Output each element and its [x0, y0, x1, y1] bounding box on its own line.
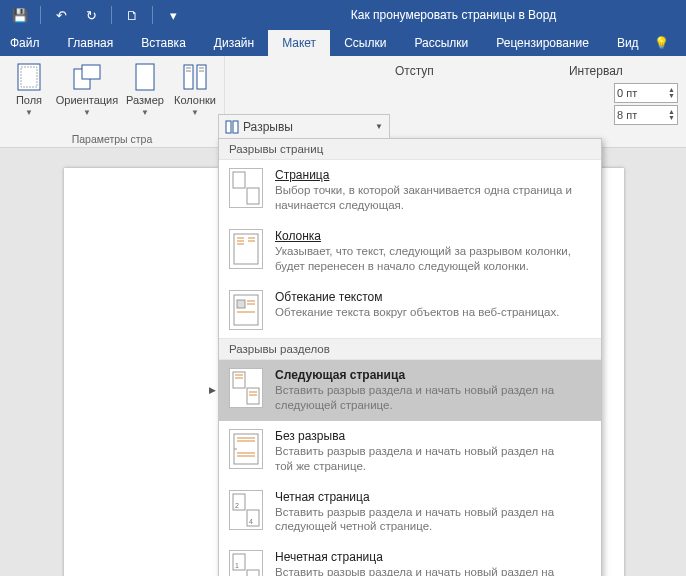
menu-item-odd-page[interactable]: 13 Нечетная страница Вставить разрыв раз…: [219, 542, 601, 576]
group-page-setup: Поля ▼ Ориентация ▼ Размер ▼ Колонки ▼ П…: [0, 56, 225, 147]
tab-review[interactable]: Рецензирование: [482, 30, 603, 56]
indent-label: Отступ: [395, 64, 434, 78]
svg-rect-22: [237, 300, 245, 308]
size-icon: [130, 62, 160, 92]
size-label: Размер: [126, 94, 164, 106]
menu-header-section-breaks: Разрывы разделов: [219, 338, 601, 360]
tab-mailings[interactable]: Рассылки: [400, 30, 482, 56]
svg-rect-44: [247, 570, 259, 576]
svg-rect-11: [226, 121, 231, 133]
spacing-before-input[interactable]: 0 пт▲▼: [614, 83, 678, 103]
submenu-arrow-icon: ▶: [209, 385, 216, 395]
columns-button[interactable]: Колонки ▼: [170, 58, 220, 117]
svg-rect-6: [197, 65, 206, 89]
odd-page-section-icon: 13: [229, 550, 263, 576]
column-break-icon: [229, 229, 263, 269]
new-doc-button[interactable]: 🗋: [118, 2, 146, 28]
separator: [111, 6, 112, 24]
chevron-down-icon: ▼: [83, 108, 91, 117]
menu-item-even-page[interactable]: 24 Четная страница Вставить разрыв разде…: [219, 482, 601, 543]
menu-item-title: Страница: [275, 168, 575, 182]
margins-label: Поля: [16, 94, 42, 106]
title-bar: 💾 ↶ ↻ 🗋 ▾ Как пронумеровать страницы в В…: [0, 0, 686, 30]
separator: [40, 6, 41, 24]
spacing-label: Интервал: [569, 64, 623, 78]
svg-text:1: 1: [235, 562, 239, 569]
chevron-down-icon: ▼: [141, 108, 149, 117]
save-button[interactable]: 💾: [6, 2, 34, 28]
menu-item-text-wrapping[interactable]: Обтекание текстом Обтекание текста вокру…: [219, 282, 601, 338]
svg-text:2: 2: [235, 502, 239, 509]
margins-button[interactable]: Поля ▼: [4, 58, 54, 117]
menu-item-description: Вставить разрыв раздела и начать новый р…: [275, 444, 575, 474]
menu-item-title: Нечетная страница: [275, 550, 575, 564]
columns-icon: [180, 62, 210, 92]
menu-item-description: Вставить разрыв раздела и начать новый р…: [275, 383, 575, 413]
svg-rect-12: [233, 121, 238, 133]
breaks-menu: Разрывы страниц Страница Выбор точки, в …: [218, 138, 602, 576]
svg-rect-13: [233, 172, 245, 188]
chevron-down-icon: ▼: [25, 108, 33, 117]
svg-rect-27: [247, 388, 259, 404]
svg-text:4: 4: [249, 518, 253, 525]
text-wrapping-icon: [229, 290, 263, 330]
menu-item-title: Без разрыва: [275, 429, 575, 443]
separator: [152, 6, 153, 24]
spin-value: 8 пт: [617, 109, 637, 121]
menu-item-page[interactable]: Страница Выбор точки, в которой заканчив…: [219, 160, 601, 221]
menu-item-title: Следующая страница: [275, 368, 575, 382]
tab-references[interactable]: Ссылки: [330, 30, 400, 56]
redo-button[interactable]: ↻: [77, 2, 105, 28]
menu-item-continuous[interactable]: Без разрыва Вставить разрыв раздела и на…: [219, 421, 601, 482]
spinner-arrows-icon: ▲▼: [668, 87, 675, 99]
menu-item-description: Выбор точки, в которой заканчивается одн…: [275, 183, 575, 213]
orientation-button[interactable]: Ориентация ▼: [54, 58, 120, 117]
svg-rect-14: [247, 188, 259, 204]
group-label-page-setup: Параметры стра: [4, 131, 220, 147]
menu-header-page-breaks: Разрывы страниц: [219, 139, 601, 160]
spinner-arrows-icon: ▲▼: [668, 109, 675, 121]
menu-item-title: Колонка: [275, 229, 575, 243]
orientation-label: Ориентация: [56, 94, 118, 106]
ribbon-tabs: Файл Главная Вставка Дизайн Макет Ссылки…: [0, 30, 686, 56]
svg-rect-3: [82, 65, 100, 79]
breaks-label: Разрывы: [243, 120, 293, 134]
menu-item-title: Четная страница: [275, 490, 575, 504]
menu-item-description: Указывает, что текст, следующий за разры…: [275, 244, 575, 274]
document-title: Как пронумеровать страницы в Ворд: [187, 8, 680, 22]
ribbon: Поля ▼ Ориентация ▼ Размер ▼ Колонки ▼ П…: [0, 56, 686, 148]
page-break-icon: [229, 168, 263, 208]
menu-item-title: Обтекание текстом: [275, 290, 559, 304]
columns-label: Колонки: [174, 94, 216, 106]
chevron-down-icon: ▼: [375, 122, 383, 131]
svg-rect-4: [136, 64, 154, 90]
breaks-icon: [225, 120, 239, 134]
undo-button[interactable]: ↶: [47, 2, 75, 28]
svg-rect-5: [184, 65, 193, 89]
spacing-after-input[interactable]: 8 пт▲▼: [614, 105, 678, 125]
spin-value: 0 пт: [617, 87, 637, 99]
breaks-dropdown-button[interactable]: Разрывы ▼: [218, 114, 390, 138]
tell-me-icon[interactable]: 💡: [653, 30, 671, 56]
tab-view[interactable]: Вид: [603, 30, 653, 56]
quick-access-toolbar: 💾 ↶ ↻ 🗋 ▾: [6, 2, 187, 28]
tab-home[interactable]: Главная: [54, 30, 128, 56]
menu-item-next-page[interactable]: ▶ Следующая страница Вставить разрыв раз…: [219, 360, 601, 421]
menu-item-column[interactable]: Колонка Указывает, что текст, следующий …: [219, 221, 601, 282]
continuous-section-icon: [229, 429, 263, 469]
svg-rect-26: [233, 372, 245, 388]
tab-file[interactable]: Файл: [0, 30, 54, 56]
tab-insert[interactable]: Вставка: [127, 30, 200, 56]
next-page-section-icon: [229, 368, 263, 408]
menu-item-description: Обтекание текста вокруг объектов на веб-…: [275, 305, 559, 320]
even-page-section-icon: 24: [229, 490, 263, 530]
orientation-icon: [72, 62, 102, 92]
chevron-down-icon: ▼: [191, 108, 199, 117]
margins-icon: [14, 62, 44, 92]
size-button[interactable]: Размер ▼: [120, 58, 170, 117]
tab-design[interactable]: Дизайн: [200, 30, 268, 56]
qat-more-button[interactable]: ▾: [159, 2, 187, 28]
tab-layout[interactable]: Макет: [268, 30, 330, 56]
menu-item-description: Вставить разрыв раздела и начать новый р…: [275, 565, 575, 576]
menu-item-description: Вставить разрыв раздела и начать новый р…: [275, 505, 575, 535]
